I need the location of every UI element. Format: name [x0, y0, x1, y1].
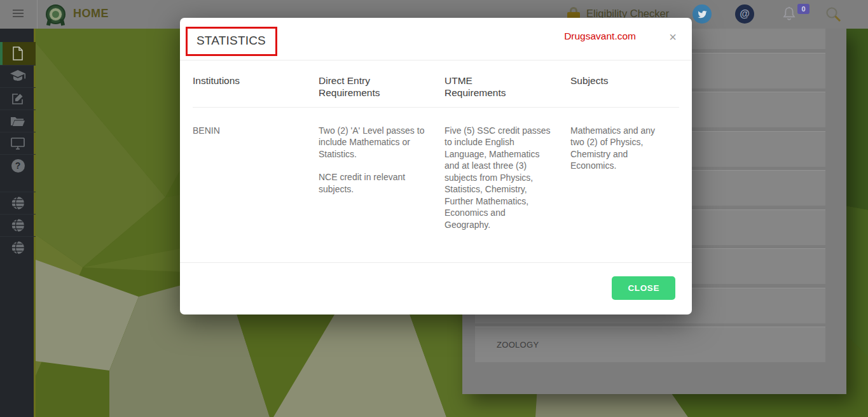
page-title: HOME	[73, 7, 109, 20]
sidebar-item-website-2[interactable]	[0, 214, 36, 236]
title-annotation-box: STATISTICS	[186, 27, 277, 56]
sidebar-item-courses[interactable]	[0, 65, 36, 87]
search-icon[interactable]	[825, 6, 843, 23]
table-header-row: Institutions Direct Entry Requirements U…	[193, 60, 679, 108]
topbar-divider	[37, 0, 38, 29]
list-item-zoology[interactable]: ZOOLOGY	[475, 327, 825, 362]
sidebar-gap	[0, 176, 34, 192]
direct-entry-paragraph-2: NCE credit in relevant subjects.	[319, 171, 427, 195]
close-icon[interactable]: ×	[669, 31, 677, 43]
requirements-table: Institutions Direct Entry Requirements U…	[180, 60, 692, 262]
cell-utme: Five (5) SSC credit passes to include En…	[444, 125, 570, 250]
email-at-icon[interactable]: @	[735, 4, 754, 24]
sidebar-item-registration[interactable]	[0, 87, 36, 110]
column-header-institutions: Institutions	[193, 74, 319, 99]
monitor-icon	[10, 137, 25, 150]
globe-icon	[11, 241, 25, 255]
notification-count-badge: 0	[797, 4, 809, 14]
edit-icon	[11, 92, 25, 106]
course-requirements-modal: STATISTICS Drugsavant.com × Institutions…	[180, 18, 692, 315]
sidebar-item-files[interactable]	[0, 110, 36, 132]
modal-footer: CLOSE	[180, 262, 692, 315]
question-icon: ?	[11, 159, 25, 173]
column-header-direct-entry: Direct Entry Requirements	[319, 74, 444, 99]
list-item-label: ZOOLOGY	[475, 340, 539, 350]
watermark-text: Drugsavant.com	[564, 31, 636, 42]
sidebar-item-help[interactable]: ?	[0, 154, 36, 176]
sidebar-item-website-3[interactable]	[0, 236, 36, 258]
globe-icon	[11, 196, 25, 210]
modal-header: STATISTICS Drugsavant.com ×	[180, 18, 692, 60]
notifications-bell-icon[interactable]	[781, 5, 797, 23]
close-button[interactable]: CLOSE	[612, 276, 675, 300]
twitter-bird-glyph	[697, 9, 708, 20]
twitter-icon[interactable]	[692, 4, 712, 24]
hamburger-menu-icon[interactable]	[13, 10, 24, 18]
sidebar-item-documents[interactable]	[0, 42, 36, 65]
folder-open-icon	[10, 115, 25, 127]
cell-subjects: Mathematics and any two (2) of Physics, …	[570, 125, 679, 250]
direct-entry-paragraph-1: Two (2) 'A' Level passes to include Math…	[319, 125, 427, 160]
column-header-utme: UTME Requirements	[444, 74, 570, 99]
jamb-logo[interactable]	[46, 4, 65, 24]
column-header-subjects: Subjects	[570, 74, 679, 99]
sidebar-item-website-1[interactable]	[0, 192, 36, 214]
document-icon	[11, 46, 25, 61]
table-row: BENIN Two (2) 'A' Level passes to includ…	[193, 108, 679, 262]
graduation-cap-icon	[10, 69, 26, 83]
cell-institution: BENIN	[193, 125, 319, 250]
cell-direct-entry: Two (2) 'A' Level passes to include Math…	[319, 125, 444, 250]
modal-title: STATISTICS	[196, 34, 266, 48]
sidebar-item-desktop[interactable]	[0, 132, 36, 154]
globe-icon	[11, 218, 25, 232]
left-sidebar: ?	[0, 29, 36, 417]
